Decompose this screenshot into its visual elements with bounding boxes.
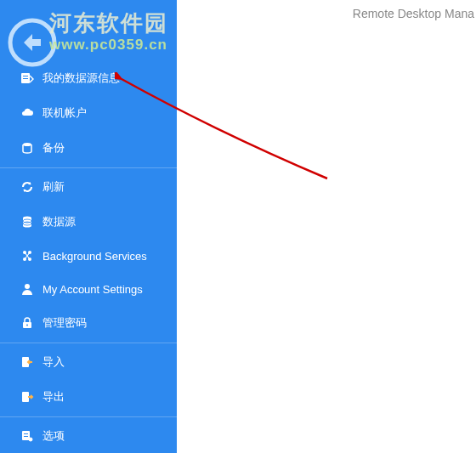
sidebar: 河东软件园 www.pc0359.cn 我的数据源信息 联机帐户 备份 [0, 0, 177, 453]
menu-item-datasource[interactable]: 数据源 [0, 205, 177, 240]
lock-icon [20, 316, 34, 330]
services-icon [20, 249, 34, 263]
svg-point-4 [23, 143, 31, 146]
svg-rect-3 [23, 78, 28, 79]
menu-item-import[interactable]: 导入 [0, 345, 177, 380]
menu-item-label: 刷新 [42, 179, 65, 195]
menu-item-label: 我的数据源信息 [42, 71, 120, 86]
menu-item-label: 导入 [42, 354, 65, 370]
user-icon [20, 282, 34, 296]
menu-item-label: 联机帐户 [42, 105, 87, 121]
main-area: Remote Desktop Mana [177, 0, 476, 453]
datasource-info-icon [20, 71, 34, 85]
import-icon [20, 355, 34, 369]
menu-item-label: Background Services [42, 250, 147, 263]
export-icon [20, 390, 34, 404]
menu-item-export[interactable]: 导出 [0, 380, 177, 417]
svg-rect-19 [24, 436, 28, 437]
menu-item-label: 管理密码 [42, 315, 87, 331]
svg-point-12 [25, 284, 30, 289]
menu-item-refresh[interactable]: 刷新 [0, 170, 177, 205]
menu-item-account-settings[interactable]: My Account Settings [0, 273, 177, 306]
backup-icon [20, 141, 34, 155]
options-icon [20, 429, 34, 443]
menu-item-label: 数据源 [42, 214, 76, 229]
menu-item-label: 选项 [42, 428, 65, 444]
refresh-icon [20, 180, 34, 194]
svg-rect-18 [24, 433, 28, 434]
menu-item-options[interactable]: 选项 [0, 419, 177, 453]
svg-rect-2 [23, 76, 28, 76]
cloud-icon [20, 106, 34, 120]
svg-rect-16 [22, 392, 29, 402]
menu-item-backup[interactable]: 备份 [0, 131, 177, 168]
menu-item-label: My Account Settings [42, 283, 143, 296]
menu-item-label: 备份 [42, 140, 65, 156]
window-title: Remote Desktop Mana [353, 7, 474, 20]
menu-item-label: 导出 [42, 389, 65, 405]
menu-item-datasource-info[interactable]: 我的数据源信息 [0, 61, 177, 96]
database-icon [20, 215, 34, 229]
menu-item-background-services[interactable]: Background Services [0, 240, 177, 273]
svg-point-20 [29, 438, 32, 441]
menu-item-manage-password[interactable]: 管理密码 [0, 306, 177, 343]
svg-point-14 [26, 325, 28, 326]
menu: 我的数据源信息 联机帐户 备份 刷新 数据源 [0, 0, 177, 453]
menu-item-online-account[interactable]: 联机帐户 [0, 96, 177, 131]
